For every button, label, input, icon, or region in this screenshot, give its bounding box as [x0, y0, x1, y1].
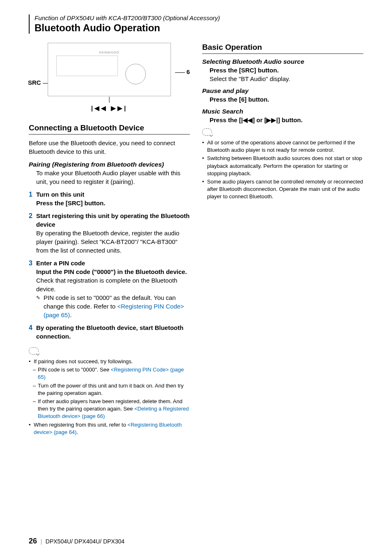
note-list-left: If pairing does not succeed, try followi…: [29, 358, 190, 436]
step-1: 1 Turn on this unit Press the [SRC] butt…: [29, 190, 190, 207]
left-column: SRC KENWOOD 6 |◀◀ ▶▶| Connecting a Bluet…: [29, 43, 190, 437]
step-num: 3: [29, 259, 32, 268]
action-bold: Press the [6] button.: [202, 95, 363, 104]
pairing-heading: Pairing (Registering from Bluetooth devi…: [29, 161, 190, 168]
step-2: 2 Start registering this unit by operati…: [29, 211, 190, 255]
device-illustration: SRC KENWOOD 6 |◀◀ ▶▶|: [29, 43, 190, 112]
action-block: Pause and play Press the [6] button.: [202, 87, 363, 104]
action-heading: Pause and play: [202, 87, 363, 95]
action-block: Selecting Bluetooth Audio source Press t…: [202, 58, 363, 83]
note-icon: [202, 128, 212, 136]
step-title: Enter a PIN code: [36, 259, 190, 267]
step-body: Check that registration is complete on t…: [36, 276, 190, 293]
action-block: Music Search Press the [|◀◀] or [▶▶|] bu…: [202, 108, 363, 124]
note-text-post: .: [76, 429, 78, 435]
page-number: 26: [29, 537, 37, 545]
step-4: 4 By operating the Bluetooth device, sta…: [29, 323, 190, 341]
step-action: Input the PIN code ("0000") in the Bluet…: [36, 267, 190, 276]
action-body: Select the "BT Audio" display.: [202, 74, 363, 83]
action-heading: Selecting Bluetooth Audio source: [202, 58, 363, 65]
page-header: Function of DPX504U with KCA-BT200/BT300…: [29, 14, 363, 34]
note-dash-item: PIN code is set to "0000". See <Register…: [29, 366, 190, 381]
step-num: 1: [29, 190, 32, 199]
section-heading-connect: Connecting a Bluetooth Device: [29, 123, 190, 135]
note-text-pre: When registering from this unit, refer t…: [34, 422, 127, 428]
pencil-icon: ✎: [36, 295, 43, 302]
right-column: Basic Operation Selecting Bluetooth Audi…: [202, 43, 363, 437]
function-line: Function of DPX504U with KCA-BT200/BT300…: [35, 14, 363, 21]
pairing-body: To make your Bluetooth Audio player usab…: [29, 169, 190, 186]
step-num: 2: [29, 211, 32, 220]
action-bold: Press the [SRC] button.: [202, 66, 363, 74]
section-heading-basic: Basic Operation: [202, 43, 363, 54]
intro-text: Before use the Bluetooth device, you nee…: [29, 139, 190, 156]
note-text-pre: PIN code is set to "0000". See: [38, 367, 111, 373]
note-icon: [29, 347, 39, 355]
page-footer: 26 DPX504U/ DPX404U/ DPX304: [29, 537, 125, 545]
step-title: By operating the Bluetooth device, start…: [36, 323, 190, 341]
step-body: By operating the Bluetooth device, regis…: [36, 229, 190, 255]
step-3: 3 Enter a PIN code Input the PIN code ("…: [29, 259, 190, 319]
note-dash-item: If other audio players have been registe…: [29, 398, 190, 420]
step-action: Press the [SRC] button.: [36, 199, 190, 207]
step-title: Start registering this unit by operating…: [36, 211, 190, 229]
step-title: Turn on this unit: [36, 190, 190, 199]
note-item: Switching between Bluetooth audio source…: [202, 155, 363, 177]
note-item: When registering from this unit, refer t…: [29, 421, 190, 436]
note-item: If pairing does not succeed, try followi…: [29, 358, 190, 365]
action-bold: Press the [|◀◀] or [▶▶|] button.: [202, 116, 363, 124]
action-heading: Music Search: [202, 108, 363, 115]
note-item: All or some of the operations above cann…: [202, 139, 363, 154]
note-list-right: All or some of the operations above cann…: [202, 139, 363, 201]
pencil-note: ✎ PIN code is set to "0000" as the defau…: [36, 293, 190, 319]
note-item: Some audio players cannot be controlled …: [202, 178, 363, 201]
label-6: 6: [187, 68, 190, 75]
track-icons: |◀◀ ▶▶|: [29, 104, 190, 112]
label-src: SRC: [28, 79, 41, 86]
step-num: 4: [29, 323, 32, 332]
note-text-post: .: [70, 311, 71, 318]
brand-text: KENWOOD: [99, 51, 119, 54]
footer-models: DPX504U/ DPX404U/ DPX304: [46, 538, 125, 545]
main-title: Bluetooth Audio Operation: [35, 22, 363, 34]
note-dash-item: Turn off the power of this unit and turn…: [29, 382, 190, 397]
